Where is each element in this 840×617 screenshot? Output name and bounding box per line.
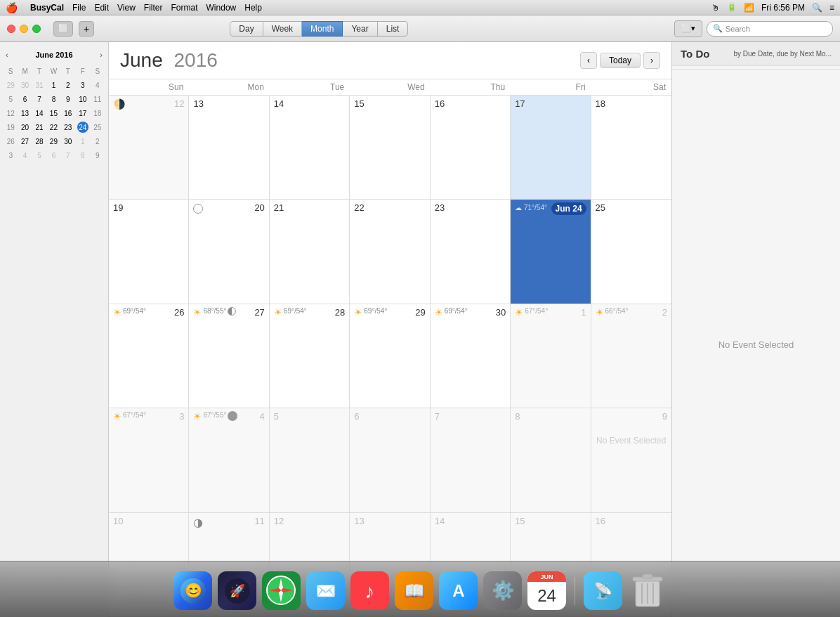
menu-view[interactable]: View — [117, 3, 136, 13]
new-event-button[interactable]: + — [79, 21, 94, 37]
mini-day[interactable]: 15 — [50, 110, 58, 117]
calendar-day-jun21[interactable]: 21 — [270, 200, 350, 303]
calendar-day-jul8[interactable]: 8 — [511, 408, 591, 512]
dock-airmail[interactable]: ✉️ — [306, 571, 345, 610]
mini-day[interactable]: 6 — [23, 96, 27, 103]
mini-cal-next[interactable]: › — [100, 51, 103, 59]
calendar-day-jun13[interactable]: 13 — [189, 96, 269, 199]
mini-day[interactable]: 17 — [79, 110, 86, 117]
dock-trash[interactable] — [628, 571, 667, 610]
mini-day[interactable]: 5 — [8, 96, 13, 103]
calendar-day-jun15[interactable]: 15 — [350, 96, 430, 199]
calendar-day-jun23[interactable]: 23 — [431, 200, 511, 303]
mini-day[interactable]: 4 — [96, 82, 100, 89]
mini-day[interactable]: 3 — [8, 152, 13, 160]
dock-finder[interactable]: 😊 — [173, 571, 212, 610]
mini-day[interactable]: 19 — [7, 124, 15, 131]
calendar-day-jun20[interactable]: 20 — [189, 200, 269, 303]
close-button[interactable] — [7, 25, 15, 33]
calendar-day-jun29[interactable]: ☀ 69°/54° 29 — [350, 304, 430, 408]
mini-day[interactable]: 29 — [50, 138, 58, 145]
dock-airdrop[interactable]: 📡 — [584, 571, 622, 610]
mini-day[interactable]: 25 — [93, 124, 101, 131]
mini-day[interactable]: 4 — [23, 152, 27, 160]
dock-music[interactable]: ♪ — [350, 571, 389, 610]
mini-day[interactable]: 26 — [7, 138, 15, 145]
dock-appstore[interactable]: A — [439, 571, 478, 610]
mini-day[interactable]: 23 — [64, 124, 72, 131]
mini-day[interactable]: 11 — [93, 96, 101, 103]
mini-day[interactable]: 21 — [35, 124, 43, 131]
sidebar-toggle-button[interactable]: ⬜ — [53, 21, 73, 37]
mini-day-today[interactable]: 24 — [77, 122, 88, 133]
calendar-day-jul5[interactable]: 5 — [270, 408, 350, 512]
todo-sort-button[interactable]: by Due Date, due by Next Mo... — [733, 50, 832, 58]
mini-day[interactable]: 5 — [37, 152, 41, 160]
tab-day[interactable]: Day — [230, 21, 263, 37]
calendar-day-jun17[interactable]: 17 — [511, 96, 591, 199]
today-button[interactable]: Today — [600, 53, 641, 68]
next-month-button[interactable]: › — [643, 52, 660, 69]
prev-month-button[interactable]: ‹ — [580, 52, 597, 69]
mini-day[interactable]: 22 — [50, 124, 58, 131]
mini-day[interactable]: 8 — [52, 96, 56, 103]
minimize-button[interactable] — [20, 25, 28, 33]
search-box[interactable]: 🔍 Search — [707, 21, 833, 37]
mini-day[interactable]: 6 — [52, 152, 56, 160]
mini-day[interactable]: 9 — [66, 96, 70, 103]
maximize-button[interactable] — [32, 25, 41, 33]
calendar-day-jun18[interactable]: 18 — [591, 96, 671, 199]
calendar-day-jun22[interactable]: 22 — [350, 200, 430, 303]
panel-toggle-button[interactable]: ⬜▾ — [674, 20, 702, 37]
menu-window[interactable]: Window — [206, 3, 237, 13]
calendar-day-jun30[interactable]: ☀ 69°/54° 30 — [431, 304, 511, 408]
spotlight-icon[interactable]: 🔍 — [812, 3, 822, 13]
calendar-day-jul6[interactable]: 6 — [350, 408, 430, 512]
dock-calendar[interactable]: JUN 24 — [527, 571, 566, 610]
tab-year[interactable]: Year — [343, 21, 377, 37]
mini-day[interactable]: 13 — [21, 110, 29, 117]
mini-day[interactable]: 20 — [21, 124, 29, 131]
calendar-day-jun25[interactable]: 25 — [591, 200, 671, 303]
mini-day[interactable]: 9 — [96, 152, 100, 160]
mini-day[interactable]: 10 — [79, 96, 86, 103]
menu-filter[interactable]: Filter — [144, 3, 163, 13]
mini-day[interactable]: 28 — [35, 138, 43, 145]
menu-edit[interactable]: Edit — [94, 3, 109, 13]
mini-day[interactable]: 30 — [64, 138, 72, 145]
calendar-day-may12[interactable]: 🌗 12 — [109, 96, 189, 199]
dock-books[interactable]: 📖 — [395, 571, 433, 610]
calendar-day-jun16[interactable]: 16 — [431, 96, 511, 199]
calendar-day-jun14[interactable]: 14 — [270, 96, 350, 199]
mini-day[interactable]: 27 — [21, 138, 29, 145]
mini-day[interactable]: 2 — [96, 138, 100, 145]
mini-day[interactable]: 8 — [81, 152, 85, 160]
mini-day[interactable]: 3 — [81, 82, 85, 89]
mini-day[interactable]: 7 — [37, 96, 41, 103]
menu-file[interactable]: File — [72, 3, 86, 13]
mini-day[interactable]: 30 — [21, 82, 29, 89]
mini-day[interactable]: 12 — [7, 110, 15, 117]
notification-icon[interactable]: ≡ — [829, 3, 834, 13]
mini-day[interactable]: 7 — [66, 152, 70, 160]
calendar-day-jun24-today[interactable]: ☁ 71°/54° Jun 24 — [511, 200, 591, 303]
calendar-day-jul3[interactable]: ☀ 67°/54° 3 — [109, 408, 189, 512]
dock-system-preferences[interactable]: ⚙️ — [483, 571, 522, 610]
dock-safari[interactable] — [262, 571, 301, 610]
calendar-day-jun28[interactable]: ☀ 69°/54° 28 — [270, 304, 350, 408]
calendar-day-jun26[interactable]: ☀ 69°/54° 26 — [109, 304, 189, 408]
menu-format[interactable]: Format — [171, 3, 198, 13]
tab-week[interactable]: Week — [263, 21, 302, 37]
calendar-day-jul2[interactable]: ☀ 66°/54° 2 — [591, 304, 671, 408]
mini-day[interactable]: 14 — [35, 110, 43, 117]
dock-launchpad[interactable]: 🚀 — [218, 571, 256, 610]
mini-day[interactable]: 1 — [81, 138, 85, 145]
mini-day[interactable]: 29 — [7, 82, 15, 89]
apple-menu[interactable]: 🍎 — [6, 2, 18, 13]
calendar-day-jul9[interactable]: 9 No Event Selected — [591, 408, 671, 512]
mini-day[interactable]: 1 — [52, 82, 56, 89]
calendar-day-jun19[interactable]: 19 — [109, 200, 189, 303]
mini-day[interactable]: 18 — [93, 110, 101, 117]
mini-day[interactable]: 16 — [64, 110, 72, 117]
mini-cal-prev[interactable]: ‹ — [6, 51, 8, 59]
